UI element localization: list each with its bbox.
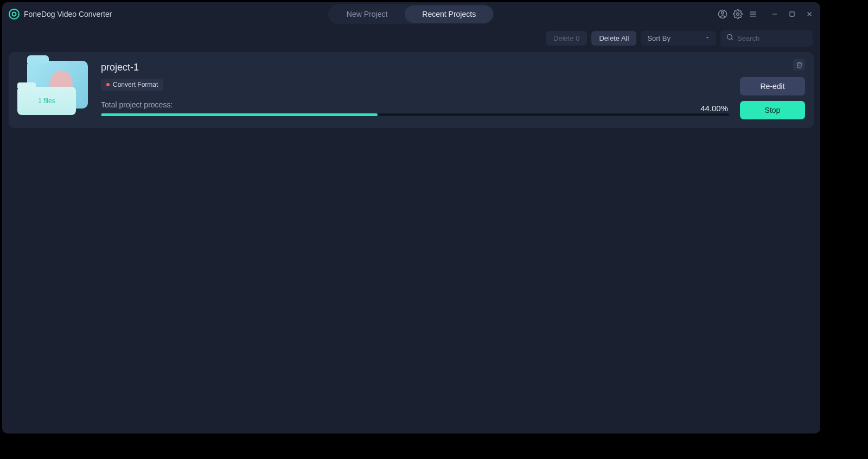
tag-dot-icon: [106, 83, 110, 86]
progress-percent: 44.00%: [700, 104, 728, 113]
menu-icon[interactable]: [748, 9, 758, 20]
chevron-down-icon: [704, 34, 711, 42]
svg-point-1: [12, 12, 16, 16]
project-type-label: Convert Format: [113, 81, 158, 88]
progress-label: Total project process:: [101, 100, 805, 109]
search-icon: [726, 33, 734, 43]
sort-by-label: Sort By: [647, 34, 671, 42]
progress-bar: [101, 113, 729, 116]
svg-point-12: [727, 34, 732, 39]
title-actions: [717, 9, 815, 20]
project-type-tag: Convert Format: [101, 79, 163, 91]
project-actions: Re-edit Stop: [740, 77, 805, 119]
tab-recent-projects[interactable]: Recent Projects: [405, 5, 493, 23]
tab-new-project[interactable]: New Project: [329, 5, 405, 23]
app-brand: FoneDog Video Converter: [2, 9, 112, 20]
stop-button[interactable]: Stop: [740, 101, 805, 119]
close-icon[interactable]: [804, 9, 815, 20]
files-count-badge: 1 files: [17, 87, 76, 115]
project-info: project-1 Convert Format Total project p…: [101, 61, 805, 116]
svg-rect-9: [790, 12, 794, 16]
toolbar: Delete 0 Delete All Sort By: [2, 26, 820, 50]
delete-project-button[interactable]: [793, 59, 805, 71]
app-window: FoneDog Video Converter New Project Rece…: [2, 2, 820, 433]
trash-icon: [796, 61, 803, 68]
sort-by-dropdown[interactable]: Sort By: [641, 31, 716, 46]
reedit-button[interactable]: Re-edit: [740, 77, 805, 95]
settings-icon[interactable]: [732, 9, 743, 20]
window-controls: [769, 9, 815, 20]
title-bar: FoneDog Video Converter New Project Rece…: [2, 2, 820, 26]
project-card: 1 files project-1 Convert Format Total p…: [9, 52, 814, 128]
svg-point-4: [737, 13, 739, 16]
minimize-icon[interactable]: [769, 9, 780, 20]
progress-fill: [101, 113, 378, 116]
project-folder-icon: 1 files: [17, 61, 88, 115]
delete-all-button[interactable]: Delete All: [591, 31, 636, 46]
delete-selected-button: Delete 0: [546, 31, 587, 46]
search-input[interactable]: [737, 34, 807, 42]
maximize-icon[interactable]: [787, 9, 797, 20]
account-icon[interactable]: [717, 9, 728, 20]
app-title: FoneDog Video Converter: [24, 10, 112, 18]
project-name: project-1: [101, 62, 805, 73]
search-field[interactable]: [720, 30, 813, 47]
project-tabs: New Project Recent Projects: [328, 4, 494, 24]
svg-line-13: [731, 39, 733, 40]
svg-point-3: [722, 12, 724, 15]
app-logo-icon: [9, 9, 20, 20]
